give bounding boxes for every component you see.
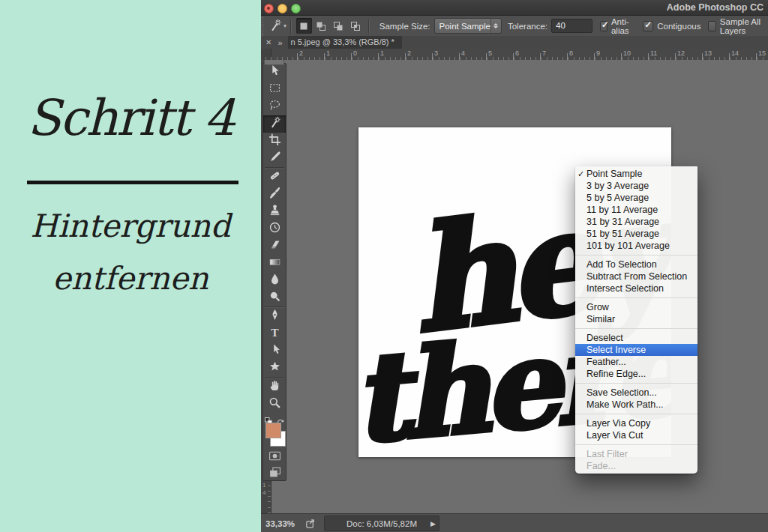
tutorial-panel: Schritt 4 Hintergrund entfernen [0, 0, 261, 532]
gradient-tool-icon [268, 256, 281, 271]
sample-all-layers-label: Sample All Layers [720, 17, 768, 35]
sample-size-dropdown[interactable]: Point Sample [434, 18, 502, 34]
screen-mode-button[interactable] [263, 464, 286, 480]
blur-tool[interactable] [263, 272, 286, 289]
ruler-tick [513, 53, 514, 60]
clone-stamp-tool[interactable] [263, 203, 286, 220]
zoom-level-field[interactable]: 33,33% [266, 519, 295, 528]
menu-item-add-to-selection[interactable]: Add To Selection [575, 259, 698, 270]
history-brush-tool[interactable] [263, 220, 286, 238]
pen-tool-icon [268, 309, 281, 324]
menu-item-label: Select Inverse [586, 345, 646, 355]
ruler-number: 14 [731, 49, 739, 57]
menu-item-deselect[interactable]: Deselect [575, 332, 698, 344]
ruler-number: 1 [326, 49, 330, 57]
tolerance-label: Tolerance: [508, 22, 548, 31]
zoom-tool[interactable] [263, 396, 286, 413]
menu-item-101-by-101-average[interactable]: 101 by 101 Average [575, 240, 698, 252]
menu-item-5-by-5-average[interactable]: 5 by 5 Average [575, 192, 698, 204]
crop-tool[interactable] [263, 133, 286, 150]
ruler-tick [378, 53, 379, 60]
menu-item-label: Save Selection... [586, 387, 657, 398]
menu-item-select-inverse[interactable]: Select Inverse [575, 344, 698, 356]
ruler-number: 6 [515, 49, 519, 57]
anti-alias-label: Anti-alias [611, 17, 635, 35]
ruler-number: 12 [677, 49, 685, 57]
add-to-selection-button[interactable] [314, 18, 329, 34]
tab-overflow-icon[interactable]: » [278, 38, 281, 47]
path-selection-tool[interactable] [263, 342, 286, 360]
subtract-from-selection-button[interactable] [331, 18, 346, 34]
menu-item-layer-via-cut[interactable]: Layer Via Cut [575, 429, 698, 441]
document-tab[interactable]: n 5.jpeg @ 33,3% (RGB/8) * [288, 36, 402, 49]
tool-preset-picker[interactable]: ▾ [268, 19, 286, 34]
menu-item-make-work-path[interactable]: Make Work Path... [575, 399, 698, 411]
contiguous-checkbox[interactable]: ✓Contiguous [643, 17, 700, 35]
tools-panel-grip[interactable] [264, 60, 284, 65]
dodge-tool[interactable] [263, 289, 286, 306]
gradient-tool[interactable] [263, 255, 286, 272]
menu-item-label: 3 by 3 Average [586, 181, 649, 191]
close-tab-icon[interactable]: ✕ [266, 38, 272, 46]
anti-alias-checkbox[interactable]: ✓Anti-alias [600, 17, 636, 35]
canvas-area: 14 hey there T ✓Point Sample3 by 3 Avera… [261, 60, 768, 513]
ruler-number: 4 [461, 49, 465, 57]
ruler-number: 11 [650, 49, 657, 57]
menu-item-layer-via-copy[interactable]: Layer Via Copy [575, 417, 698, 429]
intersect-selection-button[interactable] [348, 18, 364, 34]
menu-item-label: Subtract From Selection [586, 271, 687, 282]
ruler-tick [594, 53, 595, 60]
magic-wand-tool[interactable] [263, 115, 286, 133]
new-selection-button[interactable] [296, 18, 312, 34]
menu-item-fade: Fade... [575, 460, 698, 472]
foreground-color-swatch[interactable] [266, 423, 281, 438]
menu-item-31-by-31-average[interactable]: 31 by 31 Average [575, 216, 698, 228]
share-export-icon[interactable] [305, 518, 316, 529]
step-subtitle-line2: entfernen [0, 263, 261, 294]
tab-bar: ✕ » n 5.jpeg @ 33,3% (RGB/8) * [261, 36, 768, 49]
menu-item-51-by-51-average[interactable]: 51 by 51 Average [575, 228, 698, 240]
menu-item-feather[interactable]: Feather... [575, 356, 698, 368]
brush-tool[interactable] [263, 186, 286, 203]
ruler-tick [702, 53, 703, 60]
menu-item-similar[interactable]: Similar [575, 313, 698, 325]
eyedropper-tool[interactable] [263, 150, 286, 167]
lasso-tool[interactable] [263, 98, 286, 115]
minimize-window-button[interactable] [278, 4, 287, 13]
menu-item-subtract-from-selection[interactable]: Subtract From Selection [575, 270, 698, 282]
menu-separator [575, 414, 698, 414]
zoom-tool-icon [268, 396, 281, 412]
tolerance-input[interactable]: 40 [551, 19, 592, 33]
menu-item-refine-edge[interactable]: Refine Edge... [575, 368, 698, 380]
quick-mask-button[interactable] [263, 447, 286, 464]
close-window-button[interactable] [264, 4, 274, 13]
menu-item-3-by-3-average[interactable]: 3 by 3 Average [575, 180, 698, 192]
step-subtitle-line1: Hintergrund [0, 211, 261, 242]
menu-item-intersect-selection[interactable]: Intersect Selection [575, 282, 698, 294]
menu-item-save-selection[interactable]: Save Selection... [575, 387, 698, 399]
sample-all-layers-checkbox[interactable]: Sample All Layers [708, 17, 768, 35]
tools-panel: T [262, 63, 286, 481]
pen-tool[interactable] [263, 308, 286, 325]
menu-item-point-sample[interactable]: ✓Point Sample [575, 168, 698, 180]
move-tool[interactable] [263, 64, 286, 81]
status-bar: 33,33% Doc: 6,03M/5,82M ▶ [261, 513, 768, 532]
rectangular-marquee-tool[interactable] [263, 81, 286, 98]
blur-tool-icon [268, 273, 281, 288]
menu-item-grow[interactable]: Grow [575, 301, 698, 313]
eraser-tool[interactable] [263, 238, 286, 255]
eraser-tool-icon [268, 238, 281, 254]
hand-tool[interactable] [263, 378, 286, 396]
status-menu-arrow-icon[interactable]: ▶ [430, 520, 436, 528]
svg-text:T: T [271, 326, 279, 339]
checkbox-group: ✓Anti-alias✓ContiguousSample All Layers [592, 17, 768, 35]
type-tool[interactable]: T [263, 325, 286, 342]
spot-healing-brush-tool-icon [268, 169, 281, 185]
ruler-tick [297, 53, 298, 60]
menu-item-11-by-11-average[interactable]: 11 by 11 Average [575, 204, 698, 216]
spot-healing-brush-tool[interactable] [263, 169, 286, 186]
document-size-indicator[interactable]: Doc: 6,03M/5,82M ▶ [324, 516, 440, 531]
zoom-window-button[interactable] [291, 4, 301, 13]
custom-shape-tool[interactable] [263, 360, 286, 377]
rectangular-marquee-tool-icon [268, 82, 281, 97]
